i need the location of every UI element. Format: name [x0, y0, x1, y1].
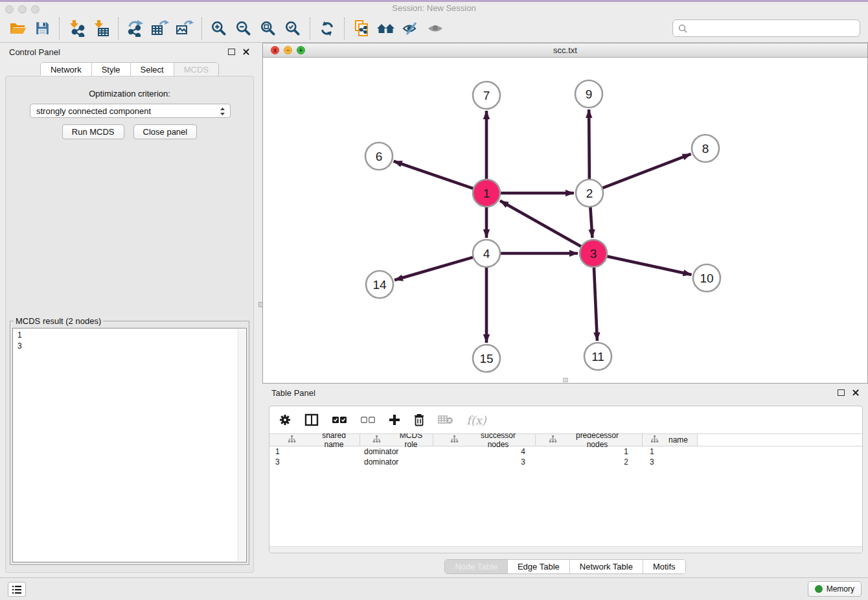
- column-sort-icon: [275, 435, 317, 445]
- table-settings-gear-icon[interactable]: [279, 412, 291, 428]
- select-all-columns-icon[interactable]: [332, 412, 347, 428]
- node-table: shared nameMCDS rolesuccessor nodesprede…: [269, 433, 862, 546]
- deselect-all-columns-icon[interactable]: [360, 412, 376, 428]
- network-canvas[interactable]: 7968124314101511: [263, 58, 867, 383]
- control-tab-network[interactable]: Network: [41, 63, 92, 76]
- function-builder-icon-disabled: f(x): [466, 412, 486, 428]
- graph-edge-1-6[interactable]: [394, 161, 474, 189]
- table-row[interactable]: 3dominator323: [269, 457, 862, 467]
- network-resize-grip[interactable]: [563, 378, 568, 382]
- toolbar-separator: [201, 17, 202, 40]
- zoom-in-icon[interactable]: [207, 16, 231, 41]
- column-header-shared-name[interactable]: shared name: [269, 434, 360, 446]
- add-column-icon[interactable]: [389, 412, 400, 428]
- table-cell[interactable]: 1: [643, 446, 698, 457]
- column-header-MCDS-role[interactable]: MCDS role: [360, 434, 433, 446]
- list-icon: [12, 585, 22, 594]
- split-view-icon[interactable]: [304, 412, 319, 428]
- control-tab-style[interactable]: Style: [92, 63, 131, 76]
- network-window-titlebar[interactable]: x – + scc.txt: [263, 43, 867, 58]
- optimization-criterion-select[interactable]: strongly connected component: [30, 104, 231, 118]
- close-table-panel-icon[interactable]: [852, 389, 860, 397]
- graph-edge-2-3[interactable]: [590, 207, 592, 238]
- duplicate-network-icon[interactable]: [349, 16, 374, 41]
- graph-node-7[interactable]: 7: [473, 82, 500, 109]
- table-cell[interactable]: 4: [433, 446, 536, 457]
- mcds-result-fieldset: MCDS result (2 nodes) 1 3: [10, 316, 249, 565]
- close-panel-icon[interactable]: [242, 48, 250, 56]
- network-graph[interactable]: 7968124314101511: [263, 58, 867, 383]
- graph-node-label: 9: [586, 87, 593, 101]
- search-box[interactable]: [672, 19, 860, 37]
- graph-edge-3-1[interactable]: [500, 201, 582, 247]
- table-tab-motifs[interactable]: Motifs: [643, 560, 685, 573]
- search-input[interactable]: [691, 22, 860, 35]
- hide-panel-eye-icon[interactable]: [398, 16, 423, 41]
- table-cell[interactable]: dominator: [360, 457, 433, 467]
- graph-node-8[interactable]: 8: [692, 135, 719, 162]
- delete-column-trash-icon[interactable]: [413, 412, 425, 428]
- export-image-icon[interactable]: [172, 16, 197, 41]
- graph-edge-3-11[interactable]: [594, 267, 597, 341]
- zoom-out-icon[interactable]: [231, 16, 256, 41]
- table-cell[interactable]: dominator: [360, 446, 433, 457]
- graph-edge-4-14[interactable]: [394, 257, 474, 280]
- graph-node-2[interactable]: 2: [576, 179, 603, 207]
- table-hscrollbar[interactable]: [269, 546, 862, 553]
- home-icon[interactable]: [374, 16, 398, 41]
- table-cell[interactable]: 3: [643, 457, 698, 467]
- open-session-icon[interactable]: [5, 16, 30, 41]
- result-scrollbar[interactable]: [238, 329, 246, 561]
- table-tab-edge-table[interactable]: Edge Table: [508, 560, 570, 573]
- graph-node-11[interactable]: 11: [584, 343, 611, 370]
- graph-node-6[interactable]: 6: [365, 143, 393, 170]
- graph-node-10[interactable]: 10: [693, 264, 720, 292]
- graph-node-9[interactable]: 9: [575, 80, 602, 108]
- control-tab-mcds[interactable]: MCDS: [174, 63, 218, 76]
- graph-node-label: 3: [590, 247, 597, 260]
- mcds-result-textarea[interactable]: 1 3: [12, 328, 247, 562]
- column-header-name[interactable]: name: [643, 434, 698, 446]
- refresh-icon[interactable]: [315, 16, 339, 41]
- table-cell[interactable]: 3: [269, 457, 360, 467]
- table-tab-node-table[interactable]: Node Table: [445, 560, 508, 573]
- graph-edge-2-8[interactable]: [602, 154, 691, 189]
- table-cell[interactable]: 3: [433, 457, 536, 467]
- table-panel-header: Table Panel: [262, 384, 868, 403]
- graph-node-4[interactable]: 4: [473, 240, 500, 267]
- toolbar-separator: [118, 17, 119, 40]
- close-panel-button[interactable]: Close panel: [133, 124, 198, 139]
- column-header-predecessor-nodes[interactable]: predecessor nodes: [536, 434, 643, 446]
- app-title: Session: New Session: [0, 3, 868, 13]
- show-panel-eye-icon[interactable]: [423, 16, 448, 41]
- app-titlebar: Session: New Session: [0, 2, 868, 14]
- task-history-button[interactable]: [8, 582, 26, 597]
- graph-edge-3-10[interactable]: [607, 256, 692, 274]
- run-mcds-button[interactable]: Run MCDS: [62, 124, 124, 139]
- graph-node-label: 4: [483, 247, 490, 260]
- save-session-icon[interactable]: [30, 16, 54, 41]
- network-view-window: x – + scc.txt 7968124314101511: [262, 43, 868, 384]
- float-table-panel-icon[interactable]: [838, 389, 845, 396]
- control-tab-select[interactable]: Select: [131, 63, 174, 76]
- table-cell[interactable]: 1: [269, 446, 360, 457]
- table-tab-network-table[interactable]: Network Table: [570, 560, 643, 573]
- memory-button[interactable]: Memory: [808, 581, 862, 597]
- table-cell[interactable]: 2: [536, 457, 643, 467]
- float-panel-icon[interactable]: [228, 49, 235, 55]
- import-table-icon[interactable]: [89, 16, 113, 41]
- zoom-fit-icon[interactable]: [256, 16, 280, 41]
- graph-node-15[interactable]: 15: [473, 345, 500, 372]
- import-network-icon[interactable]: [64, 16, 89, 41]
- export-table-icon[interactable]: [148, 16, 172, 41]
- column-header-successor-nodes[interactable]: successor nodes: [433, 434, 536, 446]
- graph-edge-2-9[interactable]: [589, 110, 589, 179]
- graph-node-3[interactable]: 3: [580, 240, 607, 267]
- graph-node-label: 15: [479, 352, 493, 365]
- export-network-icon[interactable]: [123, 16, 148, 41]
- table-cell[interactable]: 1: [536, 446, 643, 457]
- zoom-selected-icon[interactable]: [280, 16, 305, 41]
- graph-node-14[interactable]: 14: [366, 271, 393, 298]
- table-row[interactable]: 1dominator411: [269, 446, 862, 457]
- graph-node-1[interactable]: 1: [473, 179, 500, 207]
